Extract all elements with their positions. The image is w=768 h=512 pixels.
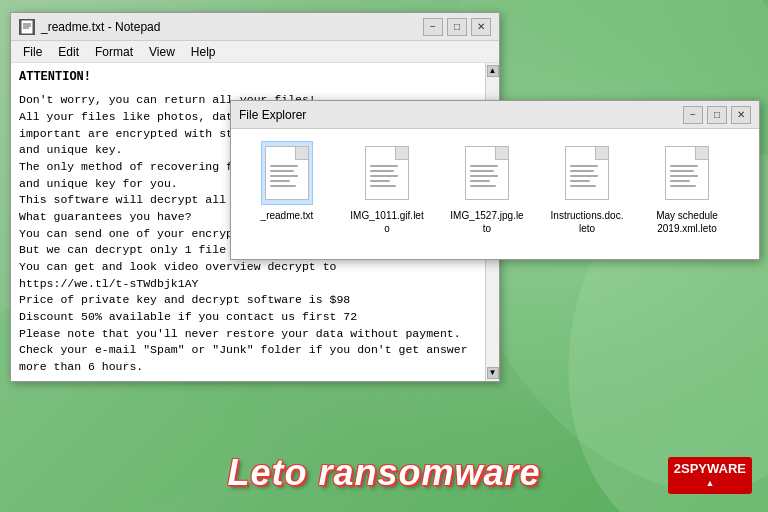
explorer-close-button[interactable]: ✕ — [731, 106, 751, 124]
explorer-title-bar: File Explorer − □ ✕ — [231, 101, 759, 129]
explorer-minimize-button[interactable]: − — [683, 106, 703, 124]
file-item[interactable]: May schedule 2019.xml.leto — [647, 141, 727, 247]
notepad-title: _readme.txt - Notepad — [41, 20, 423, 34]
file-label: _readme.txt — [261, 209, 314, 222]
close-button[interactable]: ✕ — [471, 18, 491, 36]
maximize-button[interactable]: □ — [447, 18, 467, 36]
file-label: IMG_1011.gif.leto — [350, 209, 425, 235]
spyware-suffix: ▲ — [674, 478, 746, 490]
file-item[interactable]: IMG_1527.jpg.leto — [447, 141, 527, 247]
explorer-maximize-button[interactable]: □ — [707, 106, 727, 124]
file-label: Instructions.doc.leto — [550, 209, 625, 235]
menu-edit[interactable]: Edit — [50, 43, 87, 61]
explorer-title: File Explorer — [239, 108, 683, 122]
file-item[interactable]: _readme.txt — [247, 141, 327, 247]
menu-help[interactable]: Help — [183, 43, 224, 61]
menu-format[interactable]: Format — [87, 43, 141, 61]
menu-view[interactable]: View — [141, 43, 183, 61]
notepad-icon — [19, 19, 35, 35]
explorer-file-list: _readme.txtIMG_1011.gif.letoIMG_1527.jpg… — [231, 129, 759, 259]
menu-file[interactable]: File — [15, 43, 50, 61]
svg-rect-4 — [21, 20, 33, 34]
minimize-button[interactable]: − — [423, 18, 443, 36]
window-controls: − □ ✕ — [423, 18, 491, 36]
file-item[interactable]: IMG_1011.gif.leto — [347, 141, 427, 247]
explorer-controls: − □ ✕ — [683, 106, 751, 124]
notepad-menu-bar: File Edit Format View Help — [11, 41, 499, 63]
file-label: IMG_1527.jpg.leto — [450, 209, 525, 235]
notepad-title-bar: _readme.txt - Notepad − □ ✕ — [11, 13, 499, 41]
spyware-badge: 2SPYWARE ▲ — [668, 457, 752, 494]
bottom-title-container: Leto ransomware — [0, 452, 768, 494]
spyware-brand: 2SPYWARE — [674, 461, 746, 478]
page-title: Leto ransomware — [227, 452, 540, 493]
file-item[interactable]: Instructions.doc.leto — [547, 141, 627, 247]
explorer-window[interactable]: File Explorer − □ ✕ _readme.txtIMG_1011.… — [230, 100, 760, 260]
file-label: May schedule 2019.xml.leto — [650, 209, 725, 235]
